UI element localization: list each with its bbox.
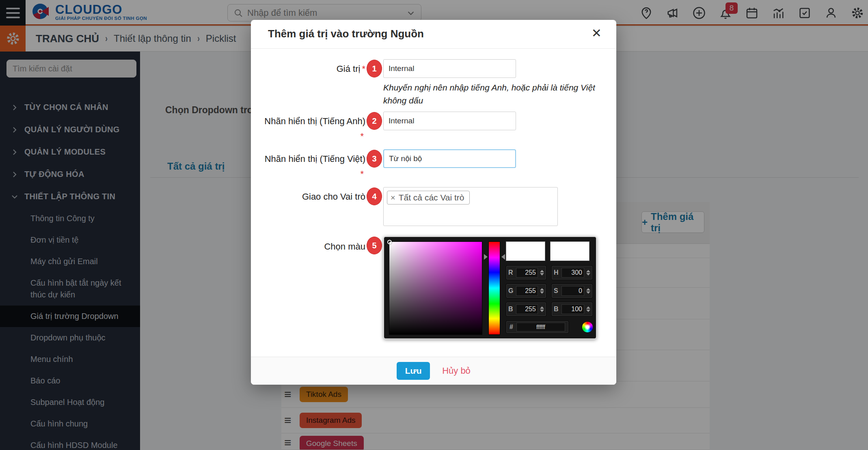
field-roles-label: Giao cho Vai trò xyxy=(251,187,365,203)
cancel-button[interactable]: Hủy bỏ xyxy=(442,366,471,376)
step-badge-1: 1 xyxy=(367,60,382,78)
current-color-swatch[interactable] xyxy=(550,241,589,261)
hue-slider[interactable] xyxy=(488,241,500,335)
blue-field[interactable]: B 255 xyxy=(506,302,546,317)
value-hint: Khuyến nghị nên nhập tiếng Anh, hoặc phả… xyxy=(383,81,598,107)
hue-slider-arrow-left xyxy=(484,254,488,260)
role-tag: × Tất cả các Vai trò xyxy=(387,191,470,205)
field-value-label: Giá trị xyxy=(337,64,361,74)
close-icon[interactable]: ✕ xyxy=(590,26,603,41)
green-field[interactable]: G 255 xyxy=(506,284,546,298)
saturation-field[interactable]: S 0 xyxy=(551,284,593,298)
add-value-modal: Thêm giá trị vào trường Nguồn ✕ Giá trị*… xyxy=(251,20,616,385)
stepper-icon[interactable] xyxy=(586,288,590,294)
color-picker: R 255 H 300 G 255 xyxy=(383,236,597,339)
step-badge-5: 5 xyxy=(367,237,382,254)
stepper-icon[interactable] xyxy=(540,306,544,312)
saturation-area[interactable] xyxy=(389,241,482,335)
stepper-icon[interactable] xyxy=(540,270,544,276)
step-badge-2: 2 xyxy=(367,112,382,130)
color-wheel-toggle-icon[interactable] xyxy=(582,322,593,332)
hue-field[interactable]: H 300 xyxy=(551,265,593,280)
saturation-value[interactable]: 0 xyxy=(561,286,584,296)
save-button[interactable]: Lưu xyxy=(397,362,430,380)
brightness-value[interactable]: 100 xyxy=(561,304,584,314)
blue-value[interactable]: 255 xyxy=(516,304,538,314)
hex-value[interactable]: ffffff xyxy=(516,323,565,332)
brightness-field[interactable]: B 100 xyxy=(551,302,593,317)
field-value: Giá trị* 1 xyxy=(251,59,616,78)
stepper-icon[interactable] xyxy=(586,270,590,276)
field-label-vi-label: Nhãn hiển thị (Tiếng Việt) xyxy=(265,154,365,164)
role-tag-label: Tất cả các Vai trò xyxy=(399,193,464,202)
step-badge-4: 4 xyxy=(367,187,382,205)
red-field[interactable]: R 255 xyxy=(506,265,546,280)
required-mark: * xyxy=(251,131,365,142)
field-color-label: Chọn màu xyxy=(251,236,365,253)
field-label-en-label: Nhãn hiển thị (Tiếng Anh) xyxy=(264,116,365,126)
modal-footer: Lưu Hủy bỏ xyxy=(251,357,616,385)
label-en-input[interactable] xyxy=(383,112,516,130)
saturation-cursor[interactable] xyxy=(387,240,392,244)
field-roles: Giao cho Vai trò 4 × Tất cả các Vai trò xyxy=(251,187,616,226)
modal-title: Thêm giá trị vào trường Nguồn xyxy=(268,28,424,40)
red-value[interactable]: 255 xyxy=(516,268,538,278)
field-label-en: Nhãn hiển thị (Tiếng Anh) * 2 xyxy=(251,112,616,142)
modal-body: Giá trị* 1 Khuyến nghị nên nhập tiếng An… xyxy=(251,59,616,339)
green-value[interactable]: 255 xyxy=(516,286,538,296)
field-color: Chọn màu 5 xyxy=(251,236,616,339)
hue-slider-arrow-right xyxy=(501,254,505,260)
modal-header: Thêm giá trị vào trường Nguồn ✕ xyxy=(251,20,616,49)
step-badge-3: 3 xyxy=(367,150,382,168)
required-mark: * xyxy=(362,64,365,74)
stepper-icon[interactable] xyxy=(540,288,544,294)
hex-field[interactable]: # ffffff xyxy=(506,321,569,334)
stepper-icon[interactable] xyxy=(586,306,590,312)
label-vi-input[interactable] xyxy=(383,149,516,168)
remove-tag-icon[interactable]: × xyxy=(391,193,395,202)
field-label-vi: Nhãn hiển thị (Tiếng Việt) * 3 xyxy=(251,149,616,180)
app-root: CLOUDGO GIẢI PHÁP CHUYỂN ĐỔI SỐ TINH GỌN xyxy=(0,0,868,450)
hue-value[interactable]: 300 xyxy=(561,268,584,278)
roles-multiselect[interactable]: × Tất cả các Vai trò xyxy=(383,187,558,226)
value-input[interactable] xyxy=(383,59,516,78)
required-mark: * xyxy=(251,168,365,180)
initial-color-swatch[interactable] xyxy=(506,241,545,261)
